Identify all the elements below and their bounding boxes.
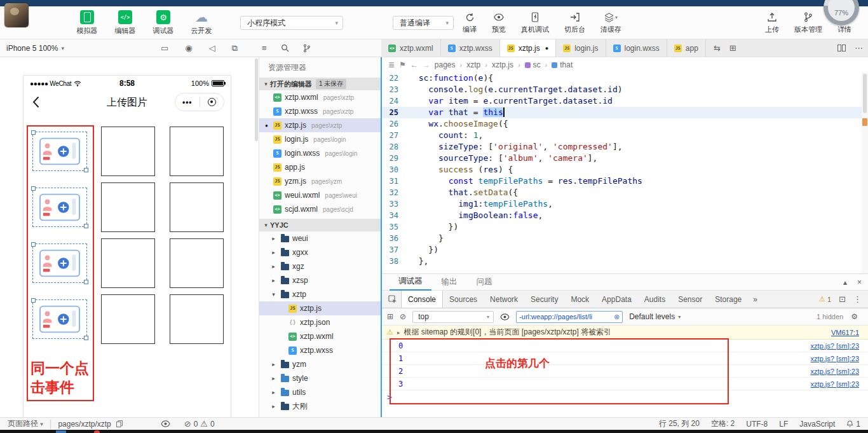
indentation-setting[interactable]: 空格: 2 [711,418,735,429]
code-line-25[interactable]: 25 var that = this [382,107,862,118]
mode-select[interactable]: 小程序模式 ▾ [240,16,343,30]
dock-side-icon[interactable]: ⊡ [839,294,846,304]
code-area[interactable]: 22 sc:function(e){23 console.log(e.curre… [382,72,862,273]
toolbar-simulator-button[interactable]: 模拟器 [74,6,100,39]
scrollbar-thumb[interactable] [863,74,867,113]
log-source-link[interactable]: xztp.js? [sm]:23 [811,355,859,362]
breadcrumb-item-sc[interactable]: sc [525,60,541,69]
tree-item-xztp.wxml[interactable]: <>xztp.wxml [259,329,381,343]
toolbar-real-device-button[interactable]: 真机调试 [521,6,549,39]
tree-item-大刚[interactable]: ▸大刚 [259,399,381,413]
breadcrumb-item-pages[interactable]: pages [435,60,456,69]
toolbar-preview-button[interactable]: 预览 [492,6,506,39]
taskbar-app-icon[interactable] [56,430,66,433]
split-editor-icon[interactable] [837,45,846,52]
tab-xztp.wxml[interactable]: <>xztp.wxml [381,39,441,57]
code-line-35[interactable]: 35 }) [382,221,862,233]
console-sidebar-icon[interactable]: ⊞ [387,312,393,321]
open-file-xztp.wxml[interactable]: <>xztp.wxmlpages\xztp [259,90,381,104]
code-line-32[interactable]: 32 that.setData({ [382,187,862,198]
toolbar-upload-button[interactable]: 上传 [765,6,779,39]
code-line-33[interactable]: 33 img1:tempFilePaths, [382,198,862,210]
code-line-30[interactable]: 30 success (res) { [382,164,862,175]
capsule-more-button[interactable]: ••• [175,98,200,107]
device-select[interactable]: iPhone 5 100% ▾ [6,39,64,57]
tree-item-utils[interactable]: ▸utils [259,385,381,399]
open-file-yzm.js[interactable]: JSyzm.jspages\yzm [259,174,381,188]
devtools-tab-Mock[interactable]: Mock [564,291,595,308]
eol-setting[interactable]: LF [779,420,788,429]
tree-item-xztp.wxss[interactable]: Sxztp.wxss [259,343,381,357]
empty-upload-box[interactable] [101,294,155,344]
log-levels-select[interactable]: Default levels ▾ [629,312,681,321]
empty-upload-box[interactable] [101,127,155,176]
breadcrumb-item-xztp.js[interactable]: xztp.js [492,60,513,69]
tab-xztp.js[interactable]: JSxztp.js● [500,39,556,57]
devtools-tab-AppData[interactable]: AppData [595,291,638,308]
devtools-tab-Sources[interactable]: Sources [443,291,484,308]
simulator-scrollbar[interactable] [255,58,258,141]
breadcrumb-item-that[interactable]: that [552,60,573,69]
log-source-link[interactable]: xztp.js? [sm]:23 [811,342,859,350]
empty-upload-box[interactable] [170,182,224,232]
log-source-link[interactable]: xztp.js? [sm]:23 [811,368,859,375]
toolbar-debugger-button[interactable]: 调试器 [150,6,177,39]
open-file-login.wxss[interactable]: Slogin.wxsspages\login [259,146,381,160]
devtools-tab-Network[interactable]: Network [484,291,524,308]
collapse-explorer-icon[interactable]: ≡ [262,43,267,53]
log-source-link[interactable]: xztp.js? [sm]:23 [811,380,859,388]
panel-tab-输出[interactable]: 输出 [433,274,466,291]
open-file-login.js[interactable]: JSlogin.jspages\login [259,132,381,146]
tree-item-weui[interactable]: ▸weui [259,231,381,245]
open-file-weui.wxml[interactable]: <>weui.wxmlpages\weui [259,188,381,202]
tree-item-xgxx[interactable]: ▸xgxx [259,245,381,259]
pin-editor-icon[interactable]: ⊞ [729,43,736,53]
open-file-app.js[interactable]: JSapp.js [259,160,381,174]
code-line-29[interactable]: 29 sourceType: ['album', 'camera'], [382,153,862,164]
language-mode[interactable]: JavaScript [799,420,835,429]
capsule-close-button[interactable] [200,98,224,106]
search-icon[interactable] [281,44,289,52]
toggle-visibility-eye-icon[interactable] [161,420,170,427]
notifications-bell[interactable]: 1 [846,420,860,429]
more-actions-icon[interactable]: ⋯ [855,43,863,53]
toolbar-version-button[interactable]: 版本管理 [794,6,822,39]
tree-item-xztp[interactable]: ▾xztp [259,287,381,301]
devtools-menu-icon[interactable]: ⋮ [853,294,862,304]
empty-upload-box[interactable] [170,127,224,176]
open-file-scjd.wxml[interactable]: <>scjd.wxmlpages\scjd [259,202,381,216]
code-line-36[interactable]: 36 } [382,233,862,244]
tabs-overflow-icon[interactable]: » [748,295,763,304]
code-line-22[interactable]: 22 sc:function(e){ [382,72,862,84]
record-icon[interactable]: ◉ [185,43,192,53]
editor-scrollbar[interactable] [862,72,868,273]
tree-item-xgz[interactable]: ▸xgz [259,259,381,273]
device-icon[interactable]: ▭ [161,43,168,53]
open-file-xztp.js[interactable]: ●JSxztp.jspages\xztp [259,118,381,132]
problems-indicator[interactable]: ⊘ 0 ⚠ 0 [184,419,215,429]
panel-resize-handle[interactable] [381,57,382,417]
compile-mode-select[interactable]: 普通编译 ▾ [393,16,454,30]
code-line-28[interactable]: 28 sizeType: ['original', 'compressed'], [382,141,862,153]
page-path-select[interactable]: 页面路径 ▾ [8,418,43,429]
clear-filter-icon[interactable]: ⊗ [614,313,620,321]
tree-item-xztp.js[interactable]: JSxztp.js [259,301,381,315]
code-line-26[interactable]: 26 wx.chooseImage({ [382,118,862,130]
float-window-icon[interactable]: ⧉ [232,43,238,53]
bookmark-icon[interactable]: ⚑ [399,60,406,69]
back-button[interactable] [32,96,39,111]
devtools-tab-Storage[interactable]: Storage [709,291,748,308]
empty-upload-box[interactable] [170,294,224,344]
cursor-position[interactable]: 行 25, 列 20 [659,418,700,429]
close-panel-icon[interactable]: × [857,278,862,287]
tree-item-style[interactable]: ▸style [259,371,381,385]
empty-upload-box[interactable] [170,238,224,288]
sound-icon[interactable]: ◁ [209,43,215,53]
open-editors-icon[interactable]: ≣ [388,60,395,69]
tree-item-yzm[interactable]: ▸yzm [259,357,381,371]
console-filter-input[interactable]: -url:weapp://pages/list/li ⊗ [516,311,623,323]
toolbar-clear-cache-button[interactable]: ▾清缓存 [600,6,621,39]
tab-xztp.wxss[interactable]: Sxztp.wxss [441,39,500,57]
warning-count-badge[interactable]: ⚠ 1 [819,295,831,303]
devtools-tab-Security[interactable]: Security [524,291,564,308]
